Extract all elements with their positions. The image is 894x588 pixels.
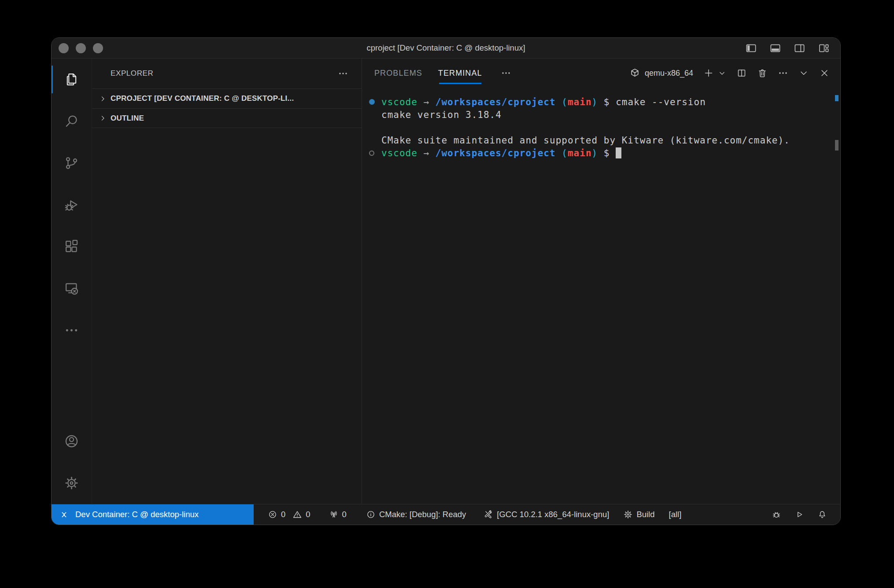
toggle-primary-sidebar-button[interactable] — [745, 42, 757, 54]
cmake-debug-button[interactable] — [772, 510, 781, 519]
files-icon — [64, 72, 79, 87]
chevron-down-icon — [798, 68, 809, 78]
sidebar-title: EXPLORER — [111, 69, 153, 78]
new-terminal-button[interactable] — [703, 68, 714, 78]
activity-bar-source-control[interactable] — [52, 142, 92, 184]
terminal-output-line: CMake suite maintained and supported by … — [362, 134, 840, 147]
activity-bar-accounts[interactable] — [52, 420, 92, 462]
prompt-git-branch: main — [568, 97, 592, 107]
prompt-cwd: /workspaces/cproject — [436, 148, 556, 158]
status-bar-right — [772, 510, 840, 519]
terminal-profile-item[interactable]: qemu-x86_64 — [629, 68, 693, 79]
panel-tabs: PROBLEMS TERMINAL — [374, 59, 511, 88]
ellipsis-icon — [338, 68, 348, 79]
split-terminal-button[interactable] — [736, 68, 747, 78]
cmake-status-item[interactable]: CMake: [Debug]: Ready — [366, 510, 466, 519]
layout-sidebar-left-icon — [745, 42, 757, 54]
layout-customize-icon — [818, 42, 830, 54]
workbench-main: EXPLORER CPROJECT [DEV CONTAINER: C @ DE… — [52, 59, 840, 504]
trash-icon — [757, 68, 768, 78]
sidebar-section-project[interactable]: CPROJECT [DEV CONTAINER: C @ DESKTOP-LI.… — [92, 88, 362, 108]
prompt-user: vscode — [381, 97, 417, 107]
close-icon — [819, 68, 830, 78]
tab-terminal[interactable]: TERMINAL — [438, 59, 482, 88]
tab-label: TERMINAL — [438, 69, 482, 78]
prompt-cwd: /workspaces/cproject — [436, 97, 556, 107]
customize-layout-button[interactable] — [818, 42, 830, 54]
error-count: 0 — [281, 510, 285, 519]
cmake-status-text: CMake: [Debug]: Ready — [379, 510, 466, 519]
activity-bar-more[interactable] — [52, 309, 92, 351]
activity-bar-settings[interactable] — [52, 462, 92, 504]
prompt-pending-icon — [369, 151, 374, 156]
ellipsis-icon — [501, 68, 511, 78]
problems-status-item[interactable]: 0 0 — [268, 510, 310, 519]
activity-bar-explorer[interactable] — [52, 59, 92, 100]
terminal-profile-icon — [629, 68, 640, 79]
activity-bar-search[interactable] — [52, 100, 92, 142]
cmake-kit-item[interactable]: [GCC 10.2.1 x86_64-linux-gnu] — [484, 510, 609, 519]
terminal-actions: qemu-x86_64 — [629, 68, 830, 79]
search-icon — [64, 114, 79, 129]
new-terminal-group — [703, 68, 726, 78]
activity-bar-extensions[interactable] — [52, 226, 92, 268]
build-label: Build — [636, 510, 654, 519]
kit-label: [GCC 10.2.1 x86_64-linux-gnu] — [497, 510, 609, 519]
sidebar-explorer: EXPLORER CPROJECT [DEV CONTAINER: C @ DE… — [92, 59, 362, 504]
activity-bar-remote-explorer[interactable] — [52, 268, 92, 309]
bell-icon — [817, 510, 827, 519]
activity-bar — [52, 59, 92, 504]
cmake-launch-button[interactable] — [794, 510, 804, 519]
kill-terminal-button[interactable] — [757, 68, 768, 78]
tab-problems[interactable]: PROBLEMS — [374, 59, 422, 88]
prompt-dollar: $ — [598, 97, 616, 107]
terminal-view[interactable]: vscode → /workspaces/cproject (main) $ c… — [362, 88, 840, 504]
warning-count: 0 — [306, 510, 310, 519]
sidebar-section-outline[interactable]: OUTLINE — [92, 108, 362, 128]
panel: PROBLEMS TERMINAL qemu-x86_64 — [362, 59, 840, 504]
activity-bar-run-debug[interactable] — [52, 184, 92, 226]
vscode-window: cproject [Dev Container: C @ desktop-lin… — [51, 37, 841, 525]
split-terminal-icon — [736, 68, 747, 78]
terminal-cursor — [616, 147, 621, 158]
remote-label: Dev Container: C @ desktop-linux — [75, 510, 199, 519]
cmake-build-target[interactable]: [all] — [669, 510, 682, 519]
title-bar[interactable]: cproject [Dev Container: C @ desktop-lin… — [52, 38, 840, 59]
ellipsis-icon — [778, 68, 788, 78]
chevron-right-icon — [99, 114, 107, 122]
remote-indicator[interactable]: Dev Container: C @ desktop-linux — [52, 504, 254, 525]
terminal-output: cmake version 3.18.4 — [381, 110, 502, 120]
hide-panel-button[interactable] — [798, 68, 809, 78]
prompt-arrow: → — [417, 148, 436, 158]
close-panel-button[interactable] — [819, 68, 830, 78]
command-decoration[interactable] — [362, 151, 381, 156]
cmake-build-button[interactable]: Build — [623, 510, 654, 519]
toggle-secondary-sidebar-button[interactable] — [794, 42, 805, 54]
panel-tabs-more-button[interactable] — [501, 68, 511, 78]
error-icon — [268, 510, 277, 519]
prompt-git-branch: main — [568, 148, 592, 158]
section-label: OUTLINE — [111, 114, 144, 123]
panel-header: PROBLEMS TERMINAL qemu-x86_64 — [362, 59, 840, 88]
ports-status-item[interactable]: 0 — [329, 510, 347, 519]
plus-icon — [703, 68, 714, 78]
terminal-more-actions-button[interactable] — [778, 68, 788, 78]
toggle-panel-button[interactable] — [769, 42, 781, 54]
prompt-paren-close: ) — [592, 148, 598, 158]
terminal-profile-dropdown-button[interactable] — [718, 69, 726, 77]
explorer-more-actions-button[interactable] — [338, 68, 348, 79]
command-decoration[interactable] — [362, 99, 381, 105]
section-label: CPROJECT [DEV CONTAINER: C @ DESKTOP-LI.… — [111, 94, 294, 103]
terminal-scrollbar-thumb[interactable] — [835, 140, 839, 151]
chevron-down-icon — [718, 69, 726, 77]
sidebar-header: EXPLORER — [92, 59, 362, 88]
extensions-icon — [64, 239, 79, 254]
prompt-arrow: → — [417, 97, 436, 107]
radio-tower-icon — [329, 510, 339, 519]
terminal-blank-line — [362, 121, 840, 134]
notifications-button[interactable] — [817, 510, 827, 519]
window-title: cproject [Dev Container: C @ desktop-lin… — [52, 43, 840, 53]
terminal-prompt-line-current: vscode → /workspaces/cproject (main) $ — [362, 147, 840, 159]
overview-ruler-command-mark — [835, 95, 839, 101]
more-icon — [64, 323, 79, 338]
